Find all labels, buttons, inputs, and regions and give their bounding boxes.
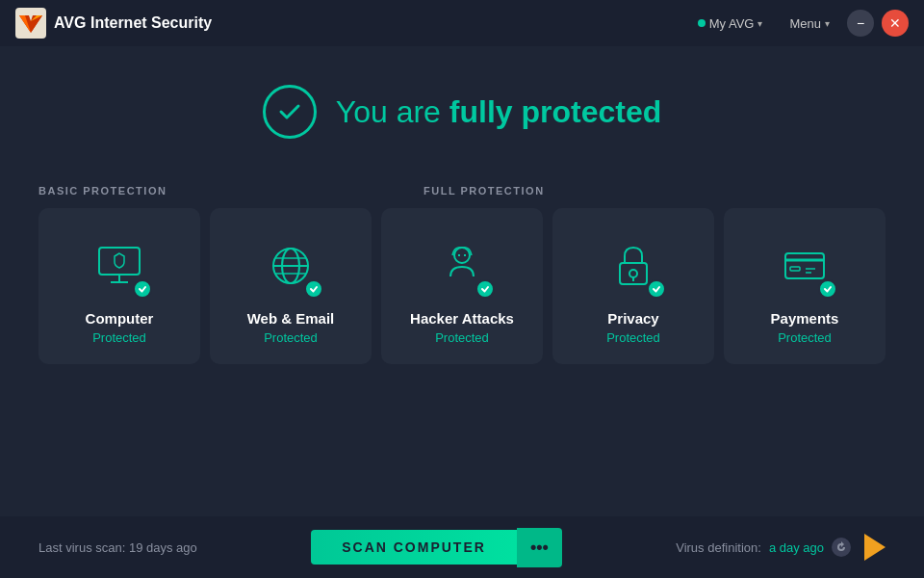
computer-card-title: Computer [86, 310, 154, 327]
payments-card-title: Payments [771, 310, 839, 327]
avg-logo-icon [15, 8, 46, 39]
menu-chevron-icon: ▾ [825, 18, 830, 29]
privacy-card[interactable]: Privacy Protected [552, 208, 714, 364]
svg-point-17 [629, 270, 637, 277]
my-avg-chevron-icon: ▾ [757, 18, 762, 29]
status-section: You are fully protected [263, 85, 662, 139]
computer-icon-wrap [89, 235, 150, 297]
status-dot-icon [698, 19, 706, 27]
close-button[interactable]: ✕ [882, 10, 909, 37]
privacy-icon-wrap [603, 235, 664, 297]
status-text: You are fully protected [336, 94, 662, 130]
web-email-card[interactable]: Web & Email Protected [210, 208, 372, 364]
payments-icon-wrap [774, 235, 835, 297]
cards-section: BASIC PROTECTION FULL PROTECTION [38, 185, 886, 364]
cards-row: Computer Protected Web [38, 208, 886, 364]
svg-rect-19 [785, 253, 824, 278]
computer-card[interactable]: Computer Protected [38, 208, 200, 364]
app-title: AVG Internet Security [54, 14, 212, 32]
scan-more-button[interactable]: ••• [517, 528, 562, 567]
computer-card-status: Protected [92, 330, 146, 345]
bottom-bar: Last virus scan: 19 days ago SCAN COMPUT… [0, 516, 924, 578]
privacy-check-badge [647, 279, 666, 299]
computer-check-badge [133, 279, 152, 299]
svg-point-13 [454, 248, 470, 263]
hacker-check-badge [475, 279, 495, 299]
svg-rect-5 [99, 248, 140, 275]
titlebar-left: AVG Internet Security [15, 8, 212, 39]
full-protection-label: FULL PROTECTION [424, 185, 886, 197]
basic-protection-label: BASIC PROTECTION [38, 185, 424, 197]
notification-arrow-icon [864, 534, 886, 561]
hacker-icon-wrap [431, 235, 493, 297]
section-labels: BASIC PROTECTION FULL PROTECTION [38, 185, 886, 197]
virus-definition-text: Virus definition: a day ago [676, 534, 886, 561]
titlebar-right: My AVG ▾ Menu ▾ − ✕ [688, 10, 909, 37]
payments-check-badge [818, 279, 837, 299]
web-email-icon-wrap [260, 235, 321, 297]
privacy-card-title: Privacy [607, 310, 658, 327]
web-email-check-badge [304, 279, 323, 299]
privacy-card-status: Protected [606, 330, 660, 345]
scan-btn-group: SCAN COMPUTER ••• [311, 528, 562, 567]
payments-card-status: Protected [778, 330, 832, 345]
web-email-card-title: Web & Email [247, 310, 335, 327]
hacker-attacks-card-title: Hacker Attacks [410, 310, 514, 327]
main-content: You are fully protected BASIC PROTECTION… [0, 46, 924, 364]
hacker-attacks-card[interactable]: Hacker Attacks Protected [381, 208, 543, 364]
titlebar: AVG Internet Security My AVG ▾ Menu ▾ − … [0, 0, 924, 46]
minimize-button[interactable]: − [847, 10, 874, 37]
scan-computer-button[interactable]: SCAN COMPUTER [311, 530, 517, 565]
svg-rect-21 [790, 267, 800, 271]
checkmark-icon [276, 98, 303, 125]
hacker-attacks-card-status: Protected [435, 330, 489, 345]
refresh-icon[interactable] [832, 538, 851, 557]
status-check-circle [263, 85, 317, 139]
web-email-card-status: Protected [264, 330, 318, 345]
menu-button[interactable]: Menu ▾ [780, 13, 839, 35]
payments-card[interactable]: Payments Protected [724, 208, 886, 364]
last-scan-text: Last virus scan: 19 days ago [38, 540, 197, 555]
my-avg-button[interactable]: My AVG ▾ [688, 13, 773, 35]
